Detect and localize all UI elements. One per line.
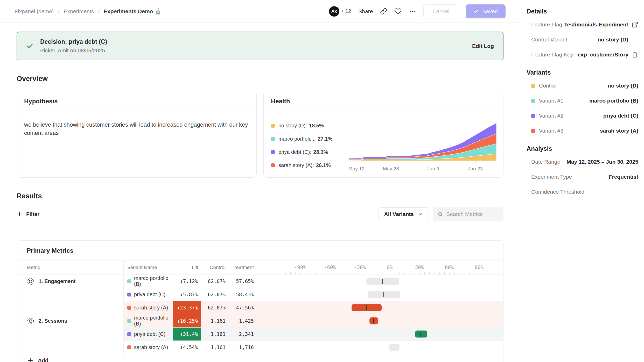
column-header-metric: Metric [17,260,124,275]
variant-swatch-icon [531,84,535,88]
ci-plot-cell [256,301,503,314]
variant-row-3: Variant #3 sarah story (A) [527,123,638,138]
search-metrics-input[interactable] [446,211,499,217]
breadcrumb-project[interactable]: Fixpanel {demo} [15,8,54,15]
metric-target-icon [27,317,34,325]
more-options-icon[interactable] [409,8,416,15]
legend-label: sarah story (A): [278,162,314,168]
axis-tick [429,272,430,274]
legend-value: 18.5% [309,123,324,129]
legend-swatch-icon [271,124,275,128]
axis-tick [404,272,405,274]
axis-tick [410,272,410,274]
axis-tick [325,272,325,274]
axis-tick [370,272,370,274]
overview-heading: Overview [17,75,503,83]
results-heading: Results [17,192,503,200]
variants-section: Variants Control no story (D) Variant #1… [527,69,638,138]
details-section: Details Feature Flag Testimonials Experi… [527,8,638,62]
legend-item: no story (D): 18.5% [271,123,349,129]
external-link-icon[interactable] [632,21,638,28]
health-x-axis: May 12May 26Jun 9Jun 23 [349,164,496,172]
check-icon [26,42,33,50]
legend-label: priya debt (C): [278,149,311,155]
lift-cell: ↑31.4% [173,328,201,341]
lift-axis-header: -90%-60%-30%0%30%60%90% [256,260,503,275]
saved-button[interactable]: Saved [466,4,506,18]
axis-tick [444,272,445,274]
decision-texts: Decision: priya debt (C) Picker, Amit on… [40,38,107,54]
search-metrics-box [433,207,503,221]
legend-swatch-icon [271,137,275,141]
axis-tick-label: -30% [354,264,366,270]
axis-tick [419,272,420,274]
variant-cell: marco portfolio (B) [124,314,173,328]
variant-cell: priya debt (C) [124,328,173,341]
overview-cards: Hypothesis we believe that showing custo… [17,91,503,178]
decision-banner: Decision: priya debt (C) Picker, Amit on… [17,32,503,60]
analysis-row-date-range: Date Range May 12, 2025 – Jun 30, 2025 [527,154,638,169]
favorite-heart-icon[interactable] [394,8,402,15]
zero-axis-line [390,275,390,354]
legend-swatch-icon [271,163,275,167]
avatar[interactable]: Ak [329,6,339,17]
ci-plot-cell [256,341,503,354]
share-button[interactable]: Share [358,8,373,15]
variant-swatch-icon [127,332,131,336]
collaborators-count: + 12 [341,8,351,14]
add-metric-button[interactable]: Add [17,354,503,362]
copy-icon[interactable] [632,52,638,58]
axis-tick [315,272,316,274]
details-sidebar: Details Feature Flag Testimonials Experi… [520,0,644,362]
axis-tick-label: 30% [415,264,424,270]
treatment-cell: 2,341 [228,328,256,341]
lift-cell: ↓5.87% [173,288,201,301]
edit-log-button[interactable]: Edit Log [472,43,494,49]
legend-value: 27.1% [318,136,332,142]
column-header-treatment: Treatment [228,260,256,275]
lift-marker [373,318,374,323]
control-cell: 62.07% [201,275,228,288]
confidence-interval-bar [415,331,427,338]
metric-row-sessions[interactable]: 2. Sessions [17,314,124,354]
primary-metrics-title: Primary Metrics [17,241,503,260]
variants-dropdown[interactable]: All Variants [378,207,429,221]
confidence-interval-bar [368,291,400,298]
axis-tick [385,272,385,274]
copy-link-icon[interactable] [380,8,387,15]
ci-plot-cell [256,275,503,288]
axis-tick [345,272,345,274]
cancel-button[interactable]: Cancel [423,4,458,18]
legend-item: priya debt (C): 28.3% [271,149,349,155]
hypothesis-title: Hypothesis [17,91,256,111]
scroll-area: Decision: priya debt (C) Picker, Amit on… [0,32,520,362]
variant-cell: marco portfolio (B) [124,275,173,288]
breadcrumb-separator: / [98,8,100,15]
add-filter-button[interactable]: Filter [17,211,39,217]
axis-tick [454,272,454,274]
axis-tick [305,272,305,274]
breadcrumb: Fixpanel {demo} / Experiments / Experime… [15,8,161,15]
hypothesis-card: Hypothesis we believe that showing custo… [17,91,257,178]
treatment-cell: 58.43% [228,288,256,301]
collaborators: Ak + 12 [329,6,351,17]
axis-tick-label: -90% [294,264,306,270]
lift-marker [394,345,394,350]
confidence-interval-bar [366,278,399,285]
health-legend: no story (D): 18.5% marco portfoli...: 2… [271,114,349,173]
axis-tick [474,272,474,274]
axis-tick [355,272,355,274]
add-metric-label: Add [38,357,48,362]
axis-tick [320,272,320,274]
primary-metrics-card: Primary Metrics Metric Variant Name Lift… [17,240,503,362]
details-heading: Details [527,8,638,15]
health-x-label: May 12 [348,166,365,172]
metric-row-engagement[interactable]: 1. Engagement [17,275,124,314]
metric-target-icon [27,278,34,285]
control-cell: 1,161 [201,314,228,328]
variants-heading: Variants [527,69,638,76]
plus-icon [27,357,33,362]
axis-tick [489,272,489,274]
analysis-heading: Analysis [527,145,638,152]
breadcrumb-section[interactable]: Experiments [64,8,94,15]
